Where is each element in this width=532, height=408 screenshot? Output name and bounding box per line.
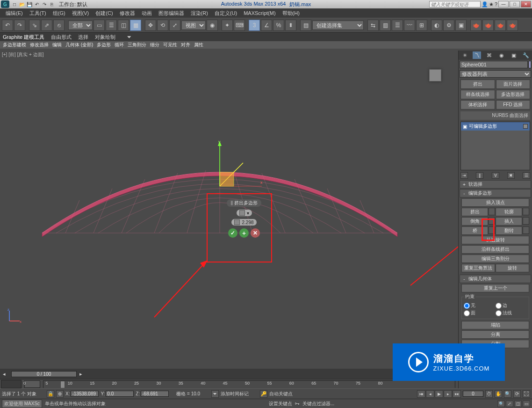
caddy-ok-button[interactable]: ✓	[228, 228, 237, 238]
ribbon-panel-subdiv[interactable]: 细分	[150, 42, 159, 48]
menu-create[interactable]: 创建(C)	[93, 9, 115, 18]
link-button[interactable]: ⇘	[29, 20, 40, 31]
lock-selection-icon[interactable]: 🔒	[47, 390, 54, 398]
setkey-button[interactable]: 设置关键点	[269, 401, 292, 407]
maximize-button[interactable]: □	[510, 1, 520, 7]
rollout-soft-selection[interactable]: +软选择	[460, 180, 531, 189]
repeat-last-button[interactable]: 重复上一个	[461, 284, 529, 292]
minimize-button[interactable]: —	[498, 1, 509, 7]
move-gizmo[interactable]	[201, 139, 266, 196]
next-frame-icon[interactable]: ▸	[444, 390, 452, 398]
tab-hierarchy-icon[interactable]: ⌘	[485, 51, 493, 59]
select-name-button[interactable]: ☰	[106, 20, 117, 31]
tab-create-icon[interactable]: ✳	[460, 51, 469, 59]
abs-rel-icon[interactable]: ⊕	[56, 390, 64, 398]
undo-icon[interactable]: ↶	[34, 1, 40, 7]
sel-btn-extrude[interactable]: 挤出	[460, 80, 495, 89]
menu-animation[interactable]: 动画	[139, 9, 155, 18]
rendered-frame-button[interactable]: ▣	[455, 20, 467, 31]
rollout-edit-polygons[interactable]: -编辑多边形	[460, 189, 531, 197]
z-input[interactable]	[141, 391, 169, 397]
edged-faces-button[interactable]: ▤	[300, 20, 311, 31]
angle-snap-button[interactable]: ∠	[261, 20, 272, 31]
window-crossing-button[interactable]: ▦	[130, 20, 141, 31]
sel-btn-poly[interactable]: 多边形选择	[496, 90, 531, 99]
render-active-button[interactable]: 🫖	[495, 20, 506, 31]
sel-btn-spline[interactable]: 样条线选择	[460, 90, 495, 99]
layers-button[interactable]: ☰	[392, 20, 403, 31]
spinner-snap-button[interactable]: ⬍	[285, 20, 296, 31]
ribbon-panel-properties[interactable]: 属性	[194, 42, 203, 48]
constrain-none[interactable]: 无	[464, 302, 496, 309]
constrain-face[interactable]: 面	[464, 310, 496, 316]
configure-icon[interactable]: ☰	[523, 172, 530, 179]
nurbs-select-button[interactable]: NURBS 曲面选择	[460, 111, 530, 120]
schematic-button[interactable]: ⊞	[416, 20, 427, 31]
menu-rendering[interactable]: 渲染(R)	[188, 9, 211, 18]
show-end-icon[interactable]: ‖	[476, 172, 483, 179]
flip-settings-button[interactable]	[523, 226, 529, 234]
menu-tools[interactable]: 工具(T)	[27, 9, 49, 18]
time-tag-icon[interactable]: ⏷	[211, 390, 219, 398]
selection-filter[interactable]: 全部	[68, 21, 93, 30]
nav-zoom2-icon[interactable]: 🔍	[497, 401, 505, 407]
select-button[interactable]: ▭	[93, 20, 105, 31]
x-input[interactable]	[71, 391, 99, 397]
nav-max-icon[interactable]: ⛶	[523, 390, 530, 398]
infocenter-icon[interactable]: 👤	[482, 1, 488, 7]
maxscript-listener[interactable]: 欢迎使用 MAXSc	[2, 400, 42, 408]
rollout-edit-geometry[interactable]: -编辑几何体	[460, 275, 531, 283]
redo-button[interactable]: ↷	[14, 20, 25, 31]
pin-stack-icon[interactable]: ⇥	[460, 172, 468, 179]
prev-frame-icon[interactable]: ◂	[426, 390, 434, 398]
select-region-button[interactable]: ◫	[118, 20, 129, 31]
save-icon[interactable]: 💾	[26, 1, 33, 7]
mini-listener[interactable]	[1, 380, 22, 388]
tab-motion-icon[interactable]: ◉	[497, 51, 506, 59]
viewport-label[interactable]: [+] [前] [真实 + 边面]	[2, 51, 43, 58]
y-input[interactable]	[106, 391, 134, 397]
bevel-settings-button[interactable]	[489, 217, 495, 225]
caddy-value[interactable]: 2.298	[231, 219, 256, 226]
outline-button[interactable]: 轮廓	[496, 208, 522, 216]
object-name-input[interactable]	[460, 61, 528, 68]
manip-button[interactable]: ✦	[222, 20, 233, 31]
pivot-button[interactable]: ◉	[207, 20, 218, 31]
ribbon-panel-visibility[interactable]: 可见性	[163, 42, 177, 48]
time-config-icon[interactable]: ⏱	[485, 390, 493, 398]
time-slider-right-icon[interactable]: ▸	[77, 371, 85, 377]
stack-toggle-icon[interactable]	[523, 124, 528, 129]
object-color-swatch[interactable]	[529, 61, 531, 68]
menu-modifiers[interactable]: 修改器	[117, 9, 138, 18]
autokey-button[interactable]: 自动关键点	[269, 391, 293, 397]
undo-button[interactable]: ↶	[2, 20, 13, 31]
remove-mod-icon[interactable]: ✖	[507, 172, 515, 179]
constrain-edge[interactable]: 边	[496, 302, 527, 309]
key-icon[interactable]: 🔑	[260, 390, 267, 398]
render-iter-button[interactable]: 🫖	[482, 20, 494, 31]
hinge-button[interactable]: 从边旋转	[461, 236, 529, 244]
tab-utilities-icon[interactable]: 🔧	[522, 51, 530, 59]
bevel-button[interactable]: 倒角	[461, 217, 488, 226]
viewcube[interactable]	[426, 66, 444, 84]
collapse-button[interactable]: 塌陷	[461, 321, 529, 329]
nav-zoom-icon[interactable]: 🔍	[504, 390, 511, 398]
goto-start-icon[interactable]: ⏮	[417, 390, 425, 398]
search-input[interactable]	[429, 1, 481, 7]
viewport[interactable]: [+] [前] [真实 + 边面]	[0, 51, 458, 369]
named-selection[interactable]: 创建选择集	[312, 21, 364, 30]
ref-coord-dropdown[interactable]: 视图	[181, 21, 206, 30]
nav-fov-icon[interactable]: ◫	[514, 401, 522, 407]
modifier-list-dropdown[interactable]: 修改器列表	[460, 70, 531, 78]
app-logo[interactable]: G	[1, 0, 9, 8]
keyfilters-button[interactable]: 关键点过滤器...	[302, 401, 334, 407]
menu-customize[interactable]: 自定义(U)	[212, 9, 240, 18]
redo-icon[interactable]: ↷	[41, 1, 48, 7]
sel-btn-patch[interactable]: 面片选择	[496, 80, 531, 89]
caddy-cancel-button[interactable]: ✕	[251, 228, 260, 238]
render-prod-button[interactable]: 🫖	[470, 20, 482, 31]
add-time-tag[interactable]: 添加时间标记	[221, 391, 249, 397]
nav-pan-icon[interactable]: ✋	[495, 390, 502, 398]
workspace-label[interactable]: 工作台: 默认	[59, 1, 87, 8]
bridge-button[interactable]: 桥	[461, 226, 488, 235]
